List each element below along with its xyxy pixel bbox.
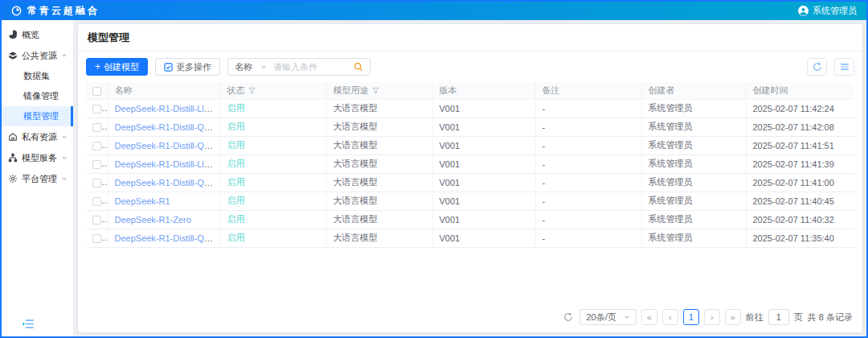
created-cell: 2025-02-07 11:40:45	[746, 192, 854, 210]
select-all-checkbox[interactable]	[92, 87, 101, 96]
row-checkbox[interactable]	[92, 123, 101, 132]
last-page-button[interactable]: »	[725, 309, 741, 325]
column-header-remark: 备注	[535, 82, 641, 99]
next-page-button[interactable]: ›	[704, 309, 720, 325]
usage-cell: 大语言模型	[326, 192, 432, 210]
pagination-refresh-icon[interactable]	[563, 312, 573, 322]
sidebar-item-label: 平台管理	[22, 173, 57, 185]
sidebar-item-platform-management[interactable]: 平台管理	[2, 168, 73, 189]
status-text: 启用	[227, 103, 245, 113]
remark-cell: -	[535, 173, 641, 192]
filter-icon[interactable]	[372, 87, 379, 94]
creator-cell: 系统管理员	[641, 136, 746, 155]
jump-page-input[interactable]	[768, 309, 789, 325]
public-resource-icon	[8, 51, 18, 60]
usage-cell: 大语言模型	[326, 210, 432, 229]
status-text: 启用	[227, 122, 245, 131]
more-actions-button[interactable]: 更多操作	[155, 58, 220, 76]
version-cell: V001	[432, 136, 535, 155]
creator-cell: 系统管理员	[641, 117, 746, 136]
created-cell: 2025-02-07 11:41:00	[746, 173, 854, 192]
row-checkbox[interactable]	[92, 197, 101, 206]
model-name-link[interactable]: DeepSeek-R1-Distill-Llama-8B	[115, 159, 221, 169]
model-name-link[interactable]: DeepSeek-R1-Distill-Llama-70B	[115, 104, 221, 113]
sidebar-item-label: 模型服务	[22, 152, 57, 164]
creator-cell: 系统管理员	[641, 229, 746, 247]
app-logo-icon	[11, 6, 22, 16]
column-header-status: 状态	[220, 82, 326, 99]
status-text: 启用	[227, 159, 245, 168]
dashboard-icon	[8, 30, 18, 39]
sidebar-item-public-resources[interactable]: 公共资源	[2, 45, 73, 66]
search-input[interactable]	[273, 62, 347, 72]
row-checkbox[interactable]	[92, 142, 101, 150]
model-name-link[interactable]: DeepSeek-R1	[115, 196, 170, 206]
chevron-down-icon	[61, 155, 68, 161]
sidebar-item-private-resources[interactable]: 私有资源	[2, 126, 73, 147]
creator-cell: 系统管理员	[641, 173, 746, 192]
remark-cell: -	[535, 136, 641, 155]
creator-cell: 系统管理员	[641, 210, 746, 229]
chevron-down-icon	[61, 134, 68, 140]
search-field-select[interactable]: 名称	[228, 59, 273, 75]
content-card: 模型管理 + 创建模型 更多操作 名称	[78, 24, 862, 332]
row-checkbox[interactable]	[92, 160, 101, 169]
sidebar-item-datasets[interactable]: 数据集	[2, 66, 73, 86]
model-table: 名称 状态 模型用途 版本 备注 创建者	[86, 82, 854, 248]
sidebar-item-label: 公共资源	[22, 50, 57, 62]
model-name-link[interactable]: DeepSeek-R1-Distill-Qwen-14B	[115, 141, 221, 150]
plus-icon: +	[95, 62, 100, 72]
user-menu[interactable]: 系统管理员	[798, 5, 857, 17]
usage-cell: 大语言模型	[326, 155, 432, 173]
filter-icon[interactable]	[248, 87, 256, 94]
user-avatar-icon	[798, 6, 809, 16]
status-text: 启用	[227, 177, 245, 187]
row-checkbox[interactable]	[92, 179, 101, 188]
created-cell: 2025-02-07 11:40:32	[746, 210, 854, 229]
model-service-icon	[8, 153, 18, 163]
sidebar-item-label: 私有资源	[22, 131, 57, 143]
sidebar-item-model-management[interactable]: 模型管理	[2, 106, 73, 126]
model-name-link[interactable]: DeepSeek-R1-Distill-Qwen-7B	[115, 233, 221, 243]
user-name: 系统管理员	[813, 5, 857, 17]
sidebar-item-model-services[interactable]: 模型服务	[2, 147, 73, 168]
row-checkbox[interactable]	[92, 216, 101, 225]
sidebar-item-image-management[interactable]: 镜像管理	[2, 86, 73, 106]
table-row: DeepSeek-R1-Distill-Llama-8B 启用 大语言模型 V0…	[86, 155, 854, 173]
sidebar-item-label: 概览	[22, 29, 68, 41]
sidebar-collapse-button[interactable]	[23, 319, 35, 331]
row-checkbox[interactable]	[92, 234, 101, 243]
sidebar-item-overview[interactable]: 概览	[2, 24, 73, 45]
model-name-link[interactable]: DeepSeek-R1-Zero	[115, 215, 191, 225]
table-row: DeepSeek-R1-Distill-Qwen-14B 启用 大语言模型 V0…	[86, 136, 854, 155]
chevron-down-icon	[260, 64, 267, 70]
remark-cell: -	[535, 99, 641, 117]
page-size-select[interactable]: 20条/页	[579, 309, 636, 325]
creator-cell: 系统管理员	[641, 192, 746, 210]
version-cell: V001	[432, 192, 535, 210]
remark-cell: -	[535, 229, 641, 247]
version-cell: V001	[432, 173, 535, 192]
remark-cell: -	[535, 210, 641, 229]
row-checkbox[interactable]	[92, 105, 101, 113]
column-settings-button[interactable]	[834, 58, 854, 76]
model-name-link[interactable]: DeepSeek-R1-Distill-Qwen-32B	[115, 122, 221, 132]
prev-page-button[interactable]: ‹	[662, 309, 678, 325]
search-icon[interactable]	[347, 62, 370, 72]
chevron-up-icon	[61, 52, 68, 59]
usage-cell: 大语言模型	[326, 229, 432, 247]
created-cell: 2025-02-07 11:35:40	[746, 229, 854, 247]
refresh-button[interactable]	[807, 58, 827, 76]
model-name-link[interactable]: DeepSeek-R1-Distill-Qwen-1.5B	[115, 178, 221, 188]
first-page-button[interactable]: «	[641, 309, 657, 325]
jump-label-prefix: 前往	[746, 311, 764, 324]
sidebar-item-label: 数据集	[23, 70, 50, 82]
brand: 常青云超融合	[11, 4, 100, 18]
created-cell: 2025-02-07 11:42:24	[746, 99, 854, 117]
create-model-button[interactable]: + 创建模型	[86, 58, 148, 76]
column-header-version: 版本	[432, 82, 535, 99]
status-text: 启用	[227, 140, 245, 150]
table-row: DeepSeek-R1 启用 大语言模型 V001 - 系统管理员 2025-0…	[86, 192, 854, 210]
pagination: 20条/页 « ‹ 1 › » 前往 页 共 8 条记录	[86, 304, 854, 332]
page-number-button[interactable]: 1	[683, 309, 699, 325]
